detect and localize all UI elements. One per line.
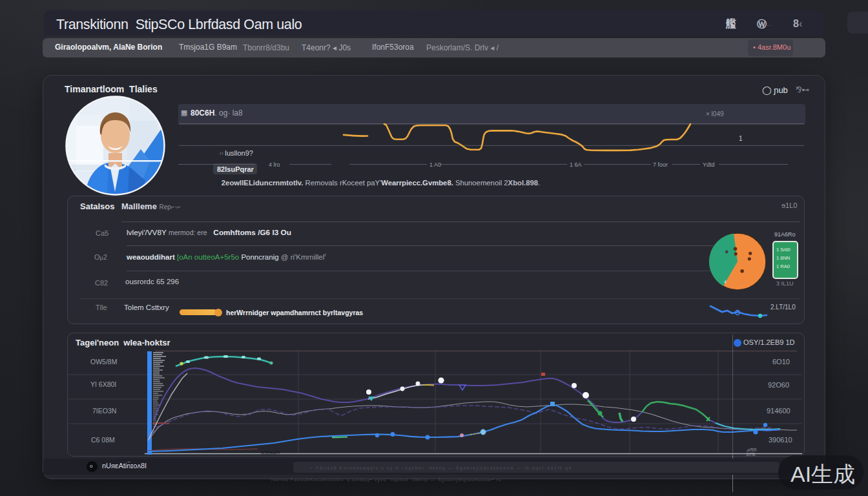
svg-text:1 6A: 1 6A <box>570 161 582 168</box>
svg-text:1: 1 <box>739 135 743 142</box>
svg-text:A98kum: A98kum <box>261 450 280 456</box>
svg-text:Ydtd: Ydtd <box>703 161 715 168</box>
svg-text:4 lro: 4 lro <box>269 161 280 168</box>
svg-text:1 A0: 1 A0 <box>429 161 441 168</box>
svg-text:7 foor: 7 foor <box>653 161 668 168</box>
svg-text:4: 4 <box>724 280 727 284</box>
